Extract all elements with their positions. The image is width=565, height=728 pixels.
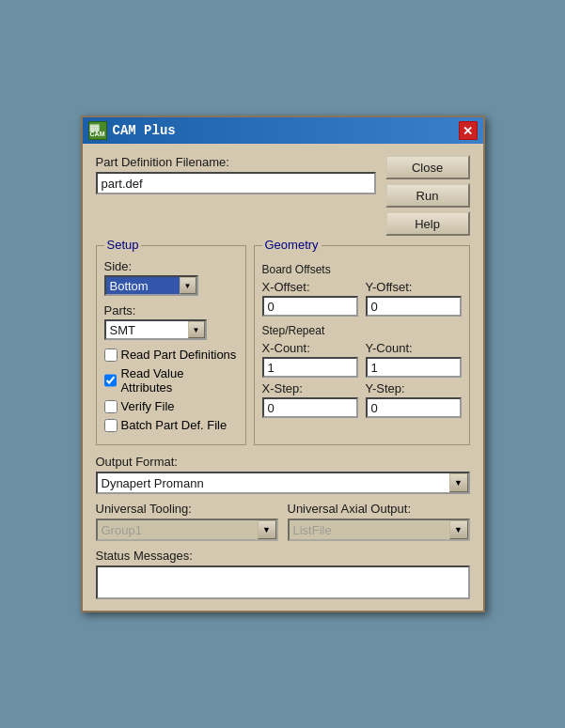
filename-section: Part Definition Filename: xyxy=(96,155,376,194)
x-step-label: X-Step: xyxy=(262,381,358,395)
status-label: Status Messages: xyxy=(96,549,470,563)
universal-axial-label: Universal Axial Output: xyxy=(288,502,470,516)
y-offset-group: Y-Offset: xyxy=(366,280,462,317)
batch-part-def-row: Batch Part Def. File xyxy=(104,418,238,432)
title-bar: ▓▓CAM CAM Plus ✕ xyxy=(83,117,483,144)
universal-tooling-select[interactable]: Group1 Group2 xyxy=(96,519,278,541)
y-count-group: Y-Count: xyxy=(366,341,462,378)
buttons-col: Close Run Help xyxy=(385,155,470,236)
geometry-panel-title: Geometry xyxy=(262,238,322,252)
title-bar-left: ▓▓CAM CAM Plus xyxy=(88,121,176,140)
output-format-section: Output Format: Dynapert Promann Universa… xyxy=(96,455,470,494)
side-select[interactable]: Bottom Top xyxy=(104,275,198,296)
verify-file-checkbox[interactable] xyxy=(104,400,118,413)
side-select-wrapper: Bottom Top ▼ xyxy=(104,275,198,296)
read-value-attr-row: Read Value Attributes xyxy=(104,366,238,395)
batch-part-def-checkbox[interactable] xyxy=(104,419,118,432)
universal-axial-select[interactable]: ListFile Option2 xyxy=(288,519,470,541)
parts-select-wrapper: SMT Through Hole All ▼ xyxy=(104,319,207,340)
filename-input[interactable] xyxy=(96,172,376,194)
parts-label: Parts: xyxy=(104,303,238,318)
help-button[interactable]: Help xyxy=(385,211,470,236)
status-box xyxy=(96,565,470,599)
step-repeat-grid: X-Count: Y-Count: X-Step: Y-Step: xyxy=(262,341,462,418)
x-offset-input[interactable] xyxy=(262,296,358,317)
x-count-group: X-Count: xyxy=(262,341,358,378)
read-value-attr-label: Read Value Attributes xyxy=(120,366,237,395)
setup-panel-title: Setup xyxy=(104,238,142,252)
board-offsets-grid: X-Offset: Y-Offset: xyxy=(262,280,462,317)
status-section: Status Messages: xyxy=(96,549,470,599)
y-offset-input[interactable] xyxy=(366,296,462,317)
universal-axial-group: Universal Axial Output: ListFile Option2… xyxy=(288,502,470,541)
x-count-label: X-Count: xyxy=(262,341,358,355)
read-part-def-row: Read Part Definitions xyxy=(104,348,238,362)
verify-file-row: Verify File xyxy=(104,399,238,413)
read-part-def-checkbox[interactable] xyxy=(104,349,118,362)
x-offset-group: X-Offset: xyxy=(262,280,358,317)
run-button[interactable]: Run xyxy=(385,183,470,208)
y-count-input[interactable] xyxy=(366,357,462,378)
y-count-label: Y-Count: xyxy=(366,341,462,355)
window-title: CAM Plus xyxy=(113,123,176,138)
parts-select[interactable]: SMT Through Hole All xyxy=(104,319,207,340)
universal-tooling-label: Universal Tooling: xyxy=(96,502,278,516)
read-part-def-label: Read Part Definitions xyxy=(121,348,237,362)
x-step-group: X-Step: xyxy=(262,381,358,418)
main-window: ▓▓CAM CAM Plus ✕ Part Definition Filenam… xyxy=(81,116,485,612)
side-label: Side: xyxy=(104,259,238,273)
batch-part-def-label: Batch Part Def. File xyxy=(121,418,228,432)
verify-file-label: Verify File xyxy=(121,399,175,413)
window-close-button[interactable]: ✕ xyxy=(459,121,478,140)
filename-label: Part Definition Filename: xyxy=(96,155,376,169)
x-offset-label: X-Offset: xyxy=(262,280,358,294)
setup-panel: Setup Side: Bottom Top ▼ Parts: SMT Thro… xyxy=(96,245,246,445)
step-repeat-label: Step/Repeat xyxy=(262,324,462,337)
universal-tooling-wrapper: Group1 Group2 ▼ xyxy=(96,519,278,541)
close-button[interactable]: Close xyxy=(385,155,470,179)
output-format-wrapper: Dynapert Promann Universal Other ▼ xyxy=(96,472,470,494)
y-offset-label: Y-Offset: xyxy=(366,280,462,294)
y-step-group: Y-Step: xyxy=(366,381,462,418)
board-offsets-label: Board Offsets xyxy=(262,263,462,276)
top-row: Part Definition Filename: Close Run Help xyxy=(96,155,470,236)
output-format-label: Output Format: xyxy=(96,455,470,469)
y-step-label: Y-Step: xyxy=(366,381,462,395)
panels-row: Setup Side: Bottom Top ▼ Parts: SMT Thro… xyxy=(96,245,470,445)
universal-tooling-group: Universal Tooling: Group1 Group2 ▼ xyxy=(96,502,278,541)
read-value-attr-checkbox[interactable] xyxy=(104,374,118,387)
y-step-input[interactable] xyxy=(366,397,462,418)
app-icon: ▓▓CAM xyxy=(88,121,107,140)
universal-row: Universal Tooling: Group1 Group2 ▼ Unive… xyxy=(96,502,470,541)
geometry-panel: Geometry Board Offsets X-Offset: Y-Offse… xyxy=(254,245,470,445)
x-step-input[interactable] xyxy=(262,397,358,418)
universal-axial-wrapper: ListFile Option2 ▼ xyxy=(288,519,470,541)
output-format-select[interactable]: Dynapert Promann Universal Other xyxy=(96,472,470,494)
content-area: Part Definition Filename: Close Run Help… xyxy=(83,144,483,611)
x-count-input[interactable] xyxy=(262,357,358,378)
